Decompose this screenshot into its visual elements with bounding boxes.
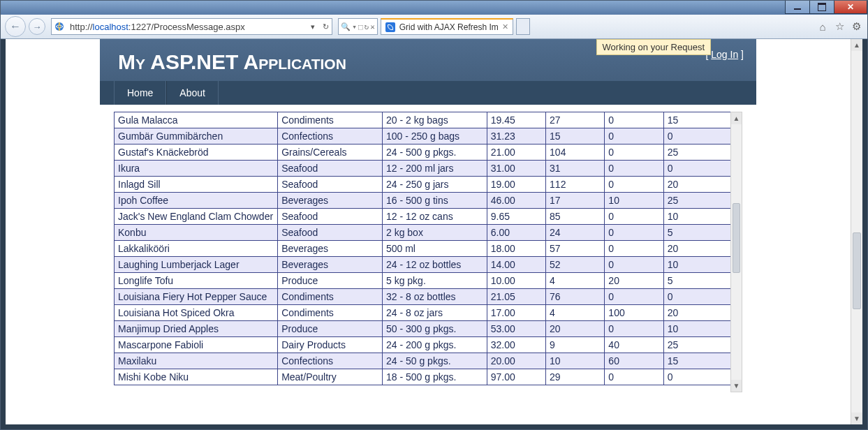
minimize-button[interactable] xyxy=(785,1,810,14)
table-row[interactable]: Laughing Lumberjack LagerBeverages24 - 1… xyxy=(115,257,742,273)
tab-close-icon[interactable]: ✕ xyxy=(502,22,508,31)
cell-stock: 104 xyxy=(546,144,605,161)
cell-cat: Meat/Poultry xyxy=(278,369,383,385)
grid-scrollbar[interactable]: ▲ ▼ xyxy=(730,112,742,392)
cell-stock: 52 xyxy=(546,257,605,273)
refresh-icon[interactable]: ↻ xyxy=(319,22,332,31)
new-tab-button[interactable] xyxy=(516,18,530,35)
cell-order: 0 xyxy=(605,144,663,161)
cell-name: Lakkalikööri xyxy=(115,241,278,257)
maximize-button[interactable] xyxy=(809,1,834,14)
login-status: [ Log In ] xyxy=(706,49,744,60)
cell-name: Gustaf's Knäckebröd xyxy=(115,144,278,161)
search-box[interactable]: 🔍 ▾ ⬚ ↻ ✕ xyxy=(338,18,378,35)
cell-order: 0 xyxy=(605,112,663,128)
cell-stock: 15 xyxy=(546,128,605,144)
reload-icon[interactable]: ↻ xyxy=(365,22,369,31)
cell-price: 14.00 xyxy=(487,257,545,273)
browser-tab[interactable]: Grid with AJAX Refresh Ima... ✕ xyxy=(381,18,513,35)
page-scroll-up-icon[interactable]: ▲ xyxy=(851,39,862,51)
cell-cat: Produce xyxy=(278,321,383,337)
table-row[interactable]: KonbuSeafood2 kg box6.002405 xyxy=(115,225,742,241)
browser-toolbar: ← → http://localhost:1227/ProcessMessage… xyxy=(1,15,867,39)
table-row[interactable]: Jack's New England Clam ChowderSeafood12… xyxy=(115,209,742,225)
cell-name: Mascarpone Fabioli xyxy=(115,337,278,353)
cell-stock: 4 xyxy=(546,305,605,321)
table-row[interactable]: MaxilakuConfections24 - 50 g pkgs.20.001… xyxy=(115,353,742,369)
cell-cat: Beverages xyxy=(278,241,383,257)
table-row[interactable]: Gustaf's KnäckebrödGrains/Cereals24 - 50… xyxy=(115,144,742,161)
tab-title: Grid with AJAX Refresh Ima... xyxy=(399,22,498,32)
cell-price: 10.00 xyxy=(487,273,545,289)
cell-stock: 20 xyxy=(546,321,605,337)
table-row[interactable]: Gumbär GummibärchenConfections100 - 250 … xyxy=(115,128,742,144)
page-scroll-thumb[interactable] xyxy=(853,232,861,309)
table-row[interactable]: Gula MalaccaCondiments20 - 2 kg bags19.4… xyxy=(115,112,742,128)
cell-cat: Beverages xyxy=(278,257,383,273)
cell-qty: 500 ml xyxy=(382,241,487,257)
dropdown-icon[interactable]: ▾ xyxy=(307,22,319,31)
cell-cat: Seafood xyxy=(278,177,383,193)
page-scroll-down-icon[interactable]: ▼ xyxy=(851,413,862,424)
scroll-thumb[interactable] xyxy=(733,203,740,273)
table-row[interactable]: Inlagd SillSeafood24 - 250 g jars19.0011… xyxy=(115,177,742,193)
table-row[interactable]: Mishi Kobe NikuMeat/Poultry18 - 500 g pk… xyxy=(115,369,742,385)
scroll-up-icon[interactable]: ▲ xyxy=(731,112,742,124)
scroll-down-icon[interactable]: ▼ xyxy=(731,380,742,392)
cell-qty: 24 - 50 g pkgs. xyxy=(382,353,487,369)
cell-price: 32.00 xyxy=(487,337,545,353)
cell-order: 0 xyxy=(605,209,663,225)
back-button[interactable]: ← xyxy=(5,16,26,37)
table-row[interactable]: IkuraSeafood12 - 200 ml jars31.003100 xyxy=(115,161,742,177)
cell-name: Longlife Tofu xyxy=(115,273,278,289)
page-scrollbar[interactable]: ▲ ▼ xyxy=(851,39,862,424)
table-row[interactable]: Manjimup Dried ApplesProduce50 - 300 g p… xyxy=(115,321,742,337)
close-button[interactable] xyxy=(834,1,867,14)
home-icon[interactable]: ⌂ xyxy=(816,20,830,34)
table-row[interactable]: Louisiana Hot Spiced OkraCondiments24 - … xyxy=(115,305,742,321)
cell-qty: 5 kg pkg. xyxy=(382,273,487,289)
cell-stock: 112 xyxy=(546,177,605,193)
table-row[interactable]: Longlife TofuProduce5 kg pkg.10.004205 xyxy=(115,273,742,289)
cell-price: 31.23 xyxy=(487,128,545,144)
stop-icon[interactable]: ⬚ xyxy=(358,22,363,31)
cell-order: 20 xyxy=(605,273,663,289)
cell-stock: 10 xyxy=(546,353,605,369)
cell-qty: 32 - 8 oz bottles xyxy=(382,289,487,305)
cell-name: Inlagd Sill xyxy=(115,177,278,193)
login-link[interactable]: Log In xyxy=(711,49,738,60)
nav-home[interactable]: Home xyxy=(114,81,166,105)
cell-stock: 76 xyxy=(546,289,605,305)
nav-about[interactable]: About xyxy=(166,81,219,105)
cell-name: Konbu xyxy=(115,225,278,241)
cell-price: 17.00 xyxy=(487,305,545,321)
cell-order: 0 xyxy=(605,128,663,144)
cell-price: 20.00 xyxy=(487,353,545,369)
cell-qty: 12 - 200 ml jars xyxy=(382,161,487,177)
cell-order: 10 xyxy=(605,193,663,209)
cell-cat: Seafood xyxy=(278,209,383,225)
cell-qty: 12 - 12 oz cans xyxy=(382,209,487,225)
cell-price: 46.00 xyxy=(487,193,545,209)
tools-icon[interactable]: ⚙ xyxy=(849,20,863,34)
table-row[interactable]: Louisiana Fiery Hot Pepper SauceCondimen… xyxy=(115,289,742,305)
cell-name: Gumbär Gummibärchen xyxy=(115,128,278,144)
cell-qty: 16 - 500 g tins xyxy=(382,193,487,209)
forward-button[interactable]: → xyxy=(29,18,45,35)
cell-price: 9.65 xyxy=(487,209,545,225)
favorites-icon[interactable]: ☆ xyxy=(832,20,846,34)
cell-order: 40 xyxy=(605,337,663,353)
cell-qty: 50 - 300 g pkgs. xyxy=(382,321,487,337)
cell-order: 0 xyxy=(605,369,663,385)
cell-name: Gula Malacca xyxy=(115,112,278,128)
table-row[interactable]: Ipoh CoffeeBeverages16 - 500 g tins46.00… xyxy=(115,193,742,209)
cell-price: 97.00 xyxy=(487,369,545,385)
cell-order: 100 xyxy=(605,305,663,321)
cell-stock: 29 xyxy=(546,369,605,385)
table-row[interactable]: Mascarpone FabioliDairy Products24 - 200… xyxy=(115,337,742,353)
titlebar[interactable] xyxy=(1,1,867,15)
table-row[interactable]: LakkalikööriBeverages500 ml18.0057020 xyxy=(115,241,742,257)
cell-cat: Condiments xyxy=(278,112,383,128)
address-bar[interactable]: http://localhost:1227/ProcessMessage.asp… xyxy=(51,18,332,35)
cell-cat: Condiments xyxy=(278,305,383,321)
